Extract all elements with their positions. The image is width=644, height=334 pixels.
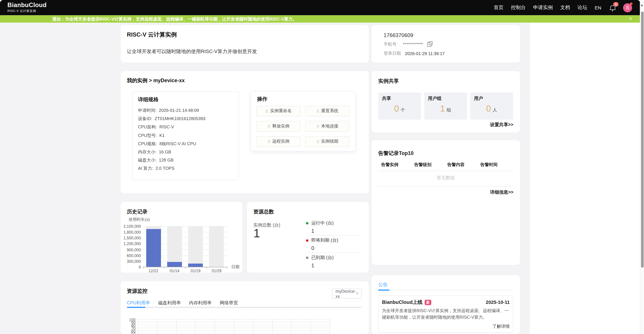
device-select[interactable]: myDevice-xx xyxy=(332,289,362,299)
monitor-tab-3[interactable]: 网络带宽 xyxy=(220,300,238,306)
resource-status-label: 即将到期 (台) xyxy=(306,237,362,244)
alerts-column-0: 告警实例 xyxy=(381,162,414,168)
top-nav: 首页控制台申请实例文档论坛 EN 0 S xyxy=(494,0,632,15)
status-dot xyxy=(306,222,308,224)
chevron-down-icon xyxy=(356,293,358,294)
divider xyxy=(306,252,362,253)
spec-row: CPU规格:8核RISC-V AI CPU xyxy=(138,141,235,149)
op-button-0[interactable]: ☝实例重命名 xyxy=(256,106,301,116)
op-button-label: 远程实例 xyxy=(272,139,290,144)
x-tick-label: 01/14 xyxy=(164,268,185,273)
page-title: RISC-V 云计算实例 xyxy=(127,31,177,39)
sharing-tile-1[interactable]: 用户组1组 xyxy=(424,92,467,120)
language-toggle[interactable]: EN xyxy=(595,5,601,10)
phone-label: 手机号 xyxy=(384,42,396,47)
login-date-label: 登录日期 xyxy=(384,51,401,56)
monitor-title: 资源监控 xyxy=(127,288,147,295)
alerts-detail-link[interactable]: 详细信息>> xyxy=(490,189,514,195)
spec-label: CPU型号: xyxy=(138,132,157,137)
scroll-up-arrow-icon[interactable] xyxy=(641,4,643,6)
instance-card: 我的实例 > myDevice-xx 详细规格 申请时间:2026-01-21 … xyxy=(121,71,369,193)
hand-click-icon: ☝ xyxy=(268,124,270,129)
announcement-item[interactable]: BianbuCloud上线 新 2025-10-11 为全球开发者提供RISC-… xyxy=(378,295,513,333)
monitor-tab-1[interactable]: 磁盘利用率 xyxy=(158,300,181,306)
tile-label: 用户 xyxy=(474,95,483,102)
scrollbar[interactable] xyxy=(640,0,644,334)
avatar[interactable]: S xyxy=(623,3,632,12)
spec-label: 设备ID: xyxy=(138,116,152,121)
nav-item-2[interactable]: 申请实例 xyxy=(533,4,553,11)
sharing-title: 实例共享 xyxy=(378,78,399,85)
tile-unit: 组 xyxy=(447,107,451,112)
spec-row: CPU型号:K1 xyxy=(138,132,235,141)
x-tick-label: 01/29 xyxy=(206,268,227,273)
monitor-tabs: CPU利用率磁盘利用率内存利用率网络带宽 xyxy=(127,300,238,306)
resource-status-row-0: 运行中 (台)1 xyxy=(306,220,362,234)
alerts-column-1: 告警级别 xyxy=(414,162,447,168)
op-button-1[interactable]: ☝重置系统 xyxy=(305,106,350,116)
resource-status-value: 0 xyxy=(312,245,362,251)
x-axis-tick xyxy=(206,267,206,268)
spec-value: ZT01MHK1001612805393 xyxy=(154,116,206,121)
op-button-2[interactable]: ☝释放实例 xyxy=(256,121,301,131)
spec-row: 磁盘大小:128 GB xyxy=(138,157,235,166)
spec-value: RISC-V xyxy=(159,124,174,129)
alerts-card: 告警记录Top10 告警实例告警级别告警内容告警时间 暂无数据 详细信息>> xyxy=(372,140,520,265)
nav-item-0[interactable]: 首页 xyxy=(494,4,504,11)
history-x-axis-label: 日期 xyxy=(231,264,240,270)
divider xyxy=(306,235,362,235)
tile-unit: 人 xyxy=(492,107,497,112)
x-tick-label: 01/19 xyxy=(185,268,206,273)
status-dot xyxy=(306,239,308,242)
monitor-tab-2[interactable]: 内存利用率 xyxy=(189,300,212,306)
hand-click-icon: ☝ xyxy=(265,108,268,114)
x-axis-tick xyxy=(227,267,228,268)
nav-item-4[interactable]: 论坛 xyxy=(578,4,588,11)
hand-click-icon: ☝ xyxy=(316,108,319,114)
monitor-gridline-vertical xyxy=(253,319,253,334)
announcement-detail-link[interactable]: 了解详情 xyxy=(492,323,510,329)
tile-number: 1 xyxy=(440,104,445,113)
y-tick-label: 1,200,000 xyxy=(121,242,141,246)
resource-status-label: 运行中 (台) xyxy=(306,220,362,226)
nav-item-3[interactable]: 文档 xyxy=(560,4,570,11)
monitor-gridline-vertical xyxy=(176,319,176,334)
announcement-tab[interactable]: 公告 xyxy=(378,282,388,288)
bar-01/19 xyxy=(188,264,203,267)
y-tick-label: 1,800,000 xyxy=(121,230,141,234)
operations-box: 操作 ☝实例重命名☝重置系统☝释放实例☝本地连接☝远程实例☝实例续期 xyxy=(250,91,356,151)
monitor-gridline-vertical xyxy=(138,319,138,334)
close-icon[interactable]: × xyxy=(629,15,632,23)
spec-label: 磁盘大小: xyxy=(138,157,156,162)
monitor-y-tick-label: 50 xyxy=(121,332,136,334)
notice-text: 通知：为全球开发者提供RISC-V计算实例，支持远程桌面、远程编译、一键刷机等功… xyxy=(52,15,297,23)
hero-card: RISC-V 云计算实例 让全球开发者可以随时随地的使用RISC-V算力并做创意… xyxy=(121,25,369,63)
bar-background-band xyxy=(167,226,182,267)
monitor-tab-0[interactable]: CPU利用率 xyxy=(127,300,150,306)
scrollbar-thumb[interactable] xyxy=(641,12,644,268)
bar-background-band xyxy=(188,226,203,267)
logo[interactable]: BianbuCloud RISC-V 云计算实例 xyxy=(8,2,46,13)
monitor-gridline-vertical xyxy=(330,319,330,334)
sharing-tile-0[interactable]: 共享0个 xyxy=(378,92,421,120)
alerts-column-3: 告警时间 xyxy=(480,162,514,168)
op-button-5[interactable]: ☝实例续期 xyxy=(305,136,350,147)
spec-box: 详细规格 申请时间:2026-01-21 14:48:09设备ID:ZT01MH… xyxy=(132,91,239,180)
sharing-tile-2[interactable]: 用户0人 xyxy=(470,92,513,120)
copy-icon[interactable] xyxy=(427,42,431,47)
spec-label: CPU规格: xyxy=(138,141,157,146)
spec-value: 16 GB xyxy=(159,149,171,154)
hand-click-icon: ☝ xyxy=(316,124,319,129)
breadcrumb: 我的实例 > myDevice-xx xyxy=(127,77,184,84)
x-tick-label: 12/22 xyxy=(143,268,164,273)
op-button-4[interactable]: ☝远程实例 xyxy=(256,136,301,147)
sharing-settings-link[interactable]: 设置共享>> xyxy=(490,122,514,128)
y-tick-label: 900,000 xyxy=(121,247,141,252)
notification-bell-icon[interactable]: 0 xyxy=(610,4,616,11)
operations-title: 操作 xyxy=(257,96,267,103)
spec-label: 内存大小: xyxy=(138,149,156,154)
alerts-title: 告警记录Top10 xyxy=(378,150,414,157)
logo-subtitle: RISC-V 云计算实例 xyxy=(8,9,46,13)
op-button-3[interactable]: ☝本地连接 xyxy=(305,121,350,131)
nav-item-1[interactable]: 控制台 xyxy=(511,4,526,11)
